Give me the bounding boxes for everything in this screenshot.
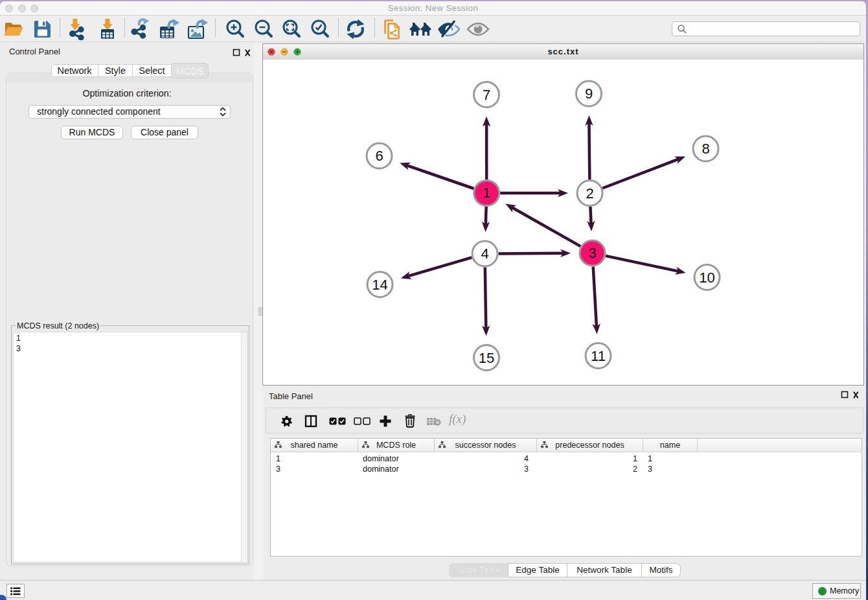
svg-text:15: 15 xyxy=(479,350,494,366)
svg-text:9: 9 xyxy=(585,86,593,102)
svg-text:11: 11 xyxy=(591,348,606,364)
svg-text:1: 1 xyxy=(483,185,490,201)
svg-text:6: 6 xyxy=(375,148,383,164)
svg-text:7: 7 xyxy=(483,87,490,103)
svg-text:4: 4 xyxy=(481,246,488,262)
svg-text:3: 3 xyxy=(588,245,596,261)
svg-text:10: 10 xyxy=(699,270,714,286)
svg-text:8: 8 xyxy=(702,141,709,157)
svg-text:2: 2 xyxy=(586,185,593,202)
svg-text:14: 14 xyxy=(372,277,387,293)
